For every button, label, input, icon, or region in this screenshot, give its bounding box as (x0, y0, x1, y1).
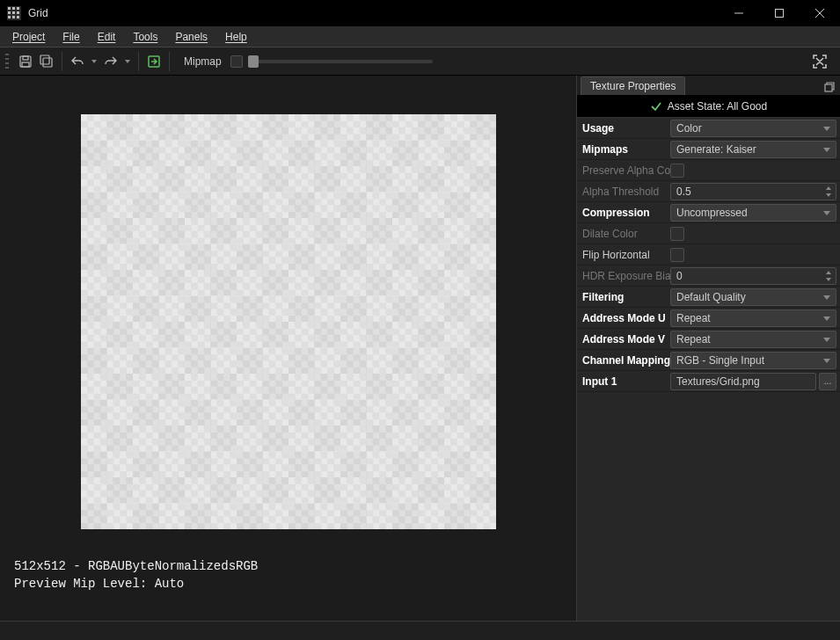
address-v-combo[interactable]: Repeat (670, 331, 836, 348)
mipmap-checkbox[interactable] (230, 55, 243, 68)
menu-file[interactable]: File (54, 26, 88, 47)
label-address-v: Address Mode V (582, 333, 670, 345)
hdr-exposure-input[interactable]: 0 (670, 267, 836, 285)
preserve-alpha-checkbox[interactable] (670, 164, 684, 178)
asset-state-bar: Asset State: All Good (577, 95, 840, 118)
label-mipmaps: Mipmaps (582, 143, 670, 156)
maximize-button[interactable] (759, 0, 800, 26)
titlebar: Grid (0, 0, 840, 26)
svg-rect-6 (17, 11, 19, 14)
label-flip-horizontal: Flip Horizontal (582, 249, 670, 261)
viewport-status: 512x512 - RGBAUByteNormalizedsRGB Previe… (14, 557, 258, 593)
label-channel-mapping: Channel Mapping (582, 354, 670, 367)
panel-tabbar: Texture Properties (577, 76, 840, 95)
svg-rect-8 (12, 16, 15, 18)
save-all-icon[interactable] (37, 52, 56, 71)
slider-thumb[interactable] (248, 55, 259, 68)
svg-rect-17 (825, 84, 832, 91)
redo-history-dropdown[interactable] (122, 52, 133, 71)
mipmap-slider[interactable] (248, 60, 433, 63)
properties-panel: Texture Properties Asset State: All Good… (576, 76, 840, 621)
undo-icon[interactable] (68, 52, 87, 71)
svg-rect-7 (8, 16, 11, 18)
texture-viewport[interactable]: 512x512 - RGBAUByteNormalizedsRGB Previe… (0, 76, 576, 621)
statusbar (0, 621, 840, 640)
menu-help[interactable]: Help (216, 26, 256, 47)
menu-tools[interactable]: Tools (124, 26, 166, 47)
content-area: 512x512 - RGBAUByteNormalizedsRGB Previe… (0, 76, 840, 621)
usage-combo[interactable]: Color (670, 120, 836, 137)
label-dilate-color: Dilate Color (582, 228, 670, 240)
minimize-button[interactable] (719, 0, 759, 26)
menu-edit[interactable]: Edit (89, 26, 125, 47)
label-filtering: Filtering (582, 291, 670, 303)
menubar: Project File Edit Tools Panels Help (0, 26, 840, 47)
label-hdr-exposure: HDR Exposure Bias (582, 270, 670, 282)
label-input1: Input 1 (582, 375, 670, 388)
label-alpha-threshold: Alpha Threshold (582, 185, 670, 198)
label-compression: Compression (582, 207, 670, 219)
redo-icon[interactable] (101, 52, 121, 71)
channel-mapping-combo[interactable]: RGB - Single Input (670, 352, 836, 369)
svg-rect-4 (8, 11, 11, 14)
alpha-threshold-input[interactable]: 0.5 (670, 183, 836, 200)
import-icon[interactable] (144, 52, 164, 71)
svg-rect-14 (40, 55, 49, 64)
texture-preview (81, 114, 496, 529)
tab-texture-properties[interactable]: Texture Properties (581, 76, 685, 95)
close-button[interactable] (800, 0, 840, 26)
label-usage: Usage (582, 122, 670, 135)
undock-icon[interactable] (824, 82, 835, 95)
label-address-u: Address Mode U (582, 312, 670, 324)
window-title: Grid (28, 7, 48, 19)
input1-browse-button[interactable]: ... (819, 373, 836, 390)
menu-panels[interactable]: Panels (166, 26, 216, 47)
address-u-combo[interactable]: Repeat (670, 309, 836, 327)
svg-rect-15 (43, 58, 52, 67)
label-preserve-alpha: Preserve Alpha Coverage (582, 164, 670, 177)
fit-to-view-icon[interactable] (810, 52, 829, 71)
toolbar-grip[interactable] (5, 54, 9, 69)
dilate-color-checkbox[interactable] (670, 227, 684, 241)
compression-combo[interactable]: Uncompressed (670, 204, 836, 222)
svg-rect-10 (776, 10, 784, 18)
app-icon (7, 6, 21, 20)
svg-rect-9 (17, 16, 19, 18)
toolbar: Mipmap (0, 47, 840, 76)
svg-rect-3 (17, 7, 19, 10)
svg-rect-2 (12, 7, 15, 10)
input1-path[interactable]: Textures/Grid.png (670, 373, 816, 390)
save-icon[interactable] (16, 52, 35, 71)
filtering-combo[interactable]: Default Quality (670, 288, 836, 306)
undo-history-dropdown[interactable] (89, 52, 99, 71)
svg-rect-12 (23, 56, 28, 60)
svg-rect-5 (12, 11, 15, 14)
svg-rect-13 (22, 62, 29, 67)
checkmark-icon (650, 100, 662, 113)
menu-project[interactable]: Project (4, 26, 54, 47)
flip-horizontal-checkbox[interactable] (670, 248, 684, 262)
mipmap-label: Mipmap (184, 55, 222, 68)
mipmaps-combo[interactable]: Generate: Kaiser (670, 141, 836, 158)
svg-rect-1 (8, 7, 11, 10)
